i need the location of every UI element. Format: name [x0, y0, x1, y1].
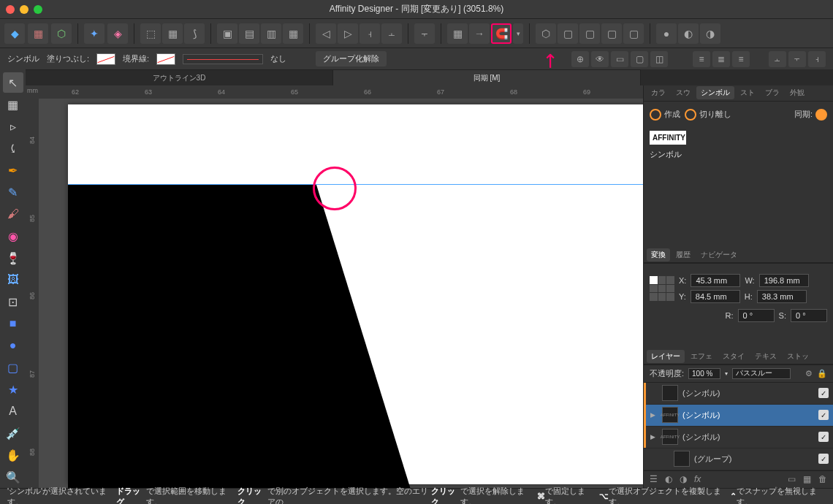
- add-icon[interactable]: ▢: [558, 23, 578, 44]
- fill-tool[interactable]: ◉: [3, 226, 23, 246]
- tab-text[interactable]: テキス: [750, 350, 781, 363]
- fx-icon[interactable]: fx: [694, 474, 701, 484]
- tab-stock[interactable]: スト: [736, 86, 759, 99]
- doctab-sync[interactable]: 同期 [M]: [333, 70, 641, 85]
- canvas[interactable]: [39, 99, 643, 488]
- blend-mode-field[interactable]: [732, 368, 791, 379]
- mask-icon[interactable]: ◐: [665, 474, 672, 484]
- ellipse-tool[interactable]: ●: [3, 335, 23, 356]
- lasso-icon[interactable]: ⟆: [184, 23, 205, 44]
- snap-dropdown-icon[interactable]: ▾: [513, 23, 523, 44]
- boolean-int-icon[interactable]: ◑: [700, 23, 720, 44]
- align-left-icon[interactable]: ⫞: [360, 23, 380, 44]
- tab-symbols[interactable]: シンボル: [696, 86, 734, 99]
- tab-effects[interactable]: エフェ: [686, 350, 717, 363]
- hand-tool[interactable]: ✋: [3, 445, 23, 465]
- tab-transform[interactable]: 変換: [647, 248, 670, 261]
- stroke-width-preview[interactable]: [183, 54, 263, 64]
- layer-row[interactable]: ▶ AFFINITY (シンボル) ✓: [644, 405, 833, 427]
- align-t-icon[interactable]: ⫠: [769, 51, 786, 67]
- align-b-icon[interactable]: ⫞: [808, 51, 826, 67]
- arrange-front-icon[interactable]: ▣: [217, 23, 237, 44]
- stroke-swatch[interactable]: [156, 53, 175, 65]
- persona-export-icon[interactable]: ⬡: [51, 23, 72, 44]
- grid-icon[interactable]: ▦: [447, 23, 468, 44]
- h-field[interactable]: [757, 290, 807, 303]
- arrange-backward-icon[interactable]: ▥: [261, 23, 281, 44]
- brush-tool[interactable]: 🖌: [3, 204, 23, 224]
- boolean-sub-icon[interactable]: ◐: [678, 23, 699, 44]
- place-image-tool[interactable]: 🖼: [3, 270, 23, 290]
- zoom-tool[interactable]: 🔍: [3, 467, 23, 487]
- bounds-icon[interactable]: ▢: [631, 51, 648, 67]
- baseline-icon[interactable]: ▭: [611, 51, 628, 67]
- align-right-icon[interactable]: ⫠: [381, 23, 402, 44]
- x-field[interactable]: [691, 274, 740, 287]
- group-icon[interactable]: ▦: [803, 474, 811, 484]
- layer-fx-icon[interactable]: ◈: [107, 23, 128, 44]
- gear-icon[interactable]: ⚙: [805, 369, 813, 378]
- align-r-icon[interactable]: ≡: [732, 51, 750, 67]
- black-shape[interactable]: [68, 185, 411, 488]
- ungroup-button[interactable]: グループ化解除: [316, 51, 387, 66]
- visibility-checkbox[interactable]: ✓: [818, 410, 829, 420]
- corner-tool[interactable]: ⤹: [3, 138, 23, 159]
- blend-ranges-icon[interactable]: ☰: [650, 474, 658, 484]
- artboard-tool[interactable]: ▦: [3, 94, 23, 115]
- tab-history[interactable]: 履歴: [672, 248, 695, 261]
- rounded-rect-tool[interactable]: ▢: [3, 357, 23, 378]
- align-l-icon[interactable]: ≡: [693, 51, 710, 67]
- align-center-icon[interactable]: ⫟: [414, 23, 435, 44]
- visibility-checkbox[interactable]: ✓: [818, 388, 829, 398]
- lock-icon[interactable]: ⬡: [536, 23, 556, 44]
- adjust-icon[interactable]: ◑: [680, 474, 687, 484]
- guides-icon[interactable]: →: [469, 23, 490, 44]
- visibility-checkbox[interactable]: ✓: [818, 432, 829, 442]
- symbol-detach-button[interactable]: 切り離し: [685, 109, 731, 121]
- align-c-icon[interactable]: ≣: [712, 51, 730, 67]
- expand-icon[interactable]: ▶: [650, 411, 658, 419]
- target-icon[interactable]: ⊕: [571, 51, 589, 67]
- pen-tool[interactable]: ✒: [3, 160, 23, 180]
- intersect-icon[interactable]: ▢: [601, 23, 622, 44]
- persona-designer-icon[interactable]: ◆: [4, 23, 25, 44]
- window-close-button[interactable]: [6, 5, 15, 14]
- tab-navigator[interactable]: ナビゲータ: [696, 248, 742, 261]
- move-tool[interactable]: ↖: [3, 72, 23, 93]
- y-field[interactable]: [691, 290, 740, 303]
- visibility-checkbox[interactable]: ✓: [818, 454, 829, 464]
- tab-layers[interactable]: レイヤー: [647, 350, 685, 363]
- r-field[interactable]: [738, 309, 775, 322]
- opacity-field[interactable]: [688, 368, 720, 379]
- align-m-icon[interactable]: ⫟: [788, 51, 806, 67]
- text-tool[interactable]: A: [3, 401, 23, 421]
- pixels-icon[interactable]: ◫: [650, 51, 668, 67]
- preview-icon[interactable]: 👁: [591, 51, 609, 67]
- divide-icon[interactable]: ▢: [623, 23, 644, 44]
- window-maximize-button[interactable]: [34, 5, 42, 14]
- subtract-icon[interactable]: ▢: [579, 23, 600, 44]
- tab-styles[interactable]: スタイ: [718, 350, 749, 363]
- s-field[interactable]: [791, 309, 827, 322]
- boolean-add-icon[interactable]: ●: [656, 23, 677, 44]
- flip-h-icon[interactable]: ◁: [316, 23, 336, 44]
- select-all-icon[interactable]: ⬚: [140, 23, 161, 44]
- star-tool[interactable]: ★: [3, 379, 23, 400]
- flip-v-icon[interactable]: ▷: [338, 23, 358, 44]
- delete-layer-icon[interactable]: 🗑: [818, 474, 827, 484]
- tab-color[interactable]: カラ: [647, 86, 670, 99]
- persona-pixel-icon[interactable]: ▦: [28, 23, 48, 44]
- symbol-item-label[interactable]: シンボル: [650, 149, 827, 160]
- artboard[interactable]: [68, 104, 643, 484]
- w-field[interactable]: [759, 274, 809, 287]
- add-layer-icon[interactable]: ▭: [788, 474, 796, 484]
- tab-appearance[interactable]: 外観: [786, 86, 809, 99]
- layer-row[interactable]: (シンボル) ✓: [644, 383, 833, 405]
- anchor-picker[interactable]: [650, 276, 674, 301]
- pencil-tool[interactable]: ✎: [3, 182, 23, 202]
- tab-stock2[interactable]: ストッ: [783, 350, 813, 363]
- assets-icon[interactable]: ✦: [84, 23, 104, 44]
- symbol-sync-toggle[interactable]: 同期:: [794, 109, 827, 121]
- rectangle-tool[interactable]: ■: [3, 313, 23, 334]
- layer-row[interactable]: ▶ AFFINITY (シンボル) ✓: [644, 427, 833, 448]
